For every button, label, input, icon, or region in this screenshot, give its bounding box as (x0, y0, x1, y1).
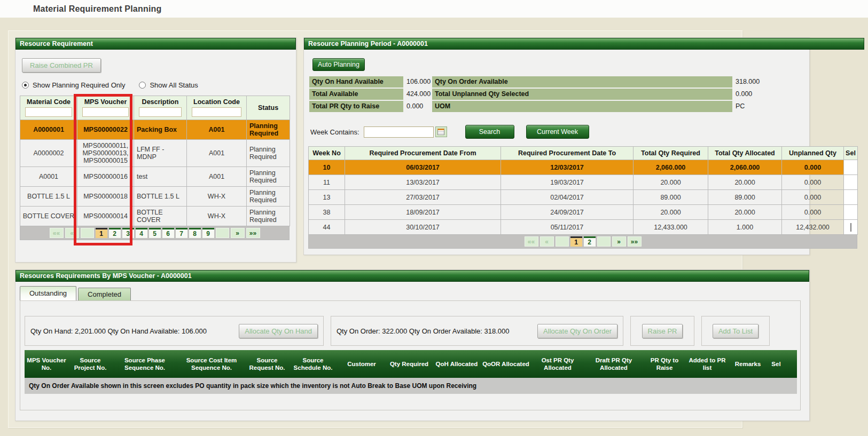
cell-sel (844, 205, 858, 220)
pager-page-9[interactable]: 9 (202, 228, 214, 238)
pager-page-4[interactable]: 4 (136, 228, 147, 238)
resource-planning-period-panel: Resource Planning Period - A0000001 Auto… (303, 37, 810, 255)
tab-outstanding[interactable]: Outstanding (20, 286, 76, 300)
cell-description: BOTTLE 1.5 L (134, 187, 187, 207)
cell-date-to: 02/04/2017 (501, 190, 634, 205)
auto-planning-button[interactable]: Auto Planning (312, 58, 365, 71)
pager-next-button[interactable]: » (612, 236, 626, 247)
summary-value: 424.000 (405, 89, 430, 100)
detail-column-remarks: Remarks (729, 359, 767, 369)
radio-planning-required-only[interactable] (22, 82, 29, 89)
week-row-10[interactable]: 1006/03/201712/03/20172,060.0002,060.000… (309, 160, 858, 175)
filter-location-code-input[interactable] (192, 107, 241, 117)
cell-status: Planning Required (247, 207, 290, 226)
cell-status: Planning Required (247, 187, 290, 207)
detail-column-sel: Sel (767, 359, 785, 369)
detail-column-source-project-no: Source Project No. (68, 355, 112, 374)
cell-material-code: BOTTLE 1.5 L (20, 187, 77, 207)
mps-tabs: OutstandingCompleted (20, 286, 809, 300)
raise-pr-button[interactable]: Raise PR (642, 324, 683, 338)
row-select-checkbox[interactable] (850, 223, 851, 232)
radio-show-all-status[interactable] (139, 82, 146, 89)
material-row[interactable]: BOTTLE COVERMPS00000014BOTTLE COVERWH-XP… (20, 207, 290, 226)
pager-page-8[interactable]: 8 (189, 228, 201, 238)
resource-requirement-table: Material CodeMPS VoucherDescriptionLocat… (20, 96, 290, 226)
summary-label: UOM (432, 101, 732, 112)
column-header-label: Material Code (21, 98, 76, 106)
pager-prev-button[interactable]: « (540, 236, 554, 247)
allocation-fieldsets-row: Qty On Hand: 2,201.000 Qty On Hand Avail… (25, 316, 796, 346)
pager-last-button[interactable]: »» (246, 228, 260, 238)
cell-date-to: 12/03/2017 (501, 160, 634, 175)
cell-material-code: BOTTLE COVER (20, 207, 77, 226)
cell-location-code: A001 (187, 167, 247, 187)
pager-page-2[interactable]: 2 (584, 236, 596, 247)
raise-combined-pr-button[interactable]: Raise Combined PR (22, 58, 101, 73)
detail-column-source-phase-sequence-no: Source Phase Sequence No. (112, 355, 177, 374)
column-header-required-procurement-date-to: Required Procurement Date To (501, 147, 634, 160)
material-row[interactable]: A0000001MPS00000022Packing BoxA001Planni… (20, 120, 290, 140)
filter-description-input[interactable] (139, 107, 182, 117)
week-row-38[interactable]: 3818/09/201724/09/201720.00020.0000.000 (309, 205, 858, 220)
detail-column-source-request-no: Source Request No. (246, 355, 288, 374)
column-header-unplanned-qty: Unplanned Qty (782, 147, 844, 160)
calendar-picker-button[interactable] (435, 126, 447, 137)
cell-week-no: 44 (309, 220, 345, 235)
pager-page-6[interactable]: 6 (162, 228, 174, 238)
pager-page-5[interactable]: 5 (149, 228, 161, 238)
cell-total-qty-allocated: 20.000 (708, 175, 782, 190)
cell-description: test (134, 167, 187, 187)
status-filter-radio-group: Show Planning Required OnlyShow All Stat… (22, 81, 296, 89)
allocate-qty-on-order-button[interactable]: Allocate Qty On Order (537, 324, 617, 338)
week-row-44[interactable]: 4430/10/201705/11/201712,433.0001.00012,… (309, 220, 858, 235)
cell-sel (844, 220, 858, 235)
detail-column-qty-required: Qty Required (386, 359, 433, 369)
current-week-button[interactable]: Current Week (526, 125, 589, 139)
summary-label: Qty On Hand Available (309, 76, 403, 88)
summary-value: PC (734, 101, 772, 112)
add-to-list-button[interactable]: Add To List (713, 324, 758, 338)
tab-completed[interactable]: Completed (78, 288, 131, 300)
cell-total-qty-required: 2,060.000 (634, 160, 708, 175)
week-row-13[interactable]: 1327/03/201702/04/201789.00089.0000.000 (309, 190, 858, 205)
summary-label: Total Available (309, 89, 403, 100)
cell-location-code: WH-X (187, 207, 247, 226)
planning-period-pagination: «««12»»» (308, 235, 857, 249)
cell-total-qty-required: 12,433.000 (634, 220, 708, 235)
cell-description: LFM FF - MDNP (134, 140, 187, 167)
planning-period-table: Week NoRequired Procurement Date FromReq… (308, 146, 858, 235)
pager-first-button[interactable]: «« (50, 228, 64, 238)
detail-column-ost-pr-qty-allocated: Ost PR Qty Allocated (531, 355, 584, 374)
pager-last-button[interactable]: »» (628, 236, 642, 247)
week-contains-input[interactable] (364, 126, 434, 138)
detail-column-qoh-allocated: QoH Allocated (433, 359, 481, 369)
detail-column-source-schedule-no: Source Schedule No. (288, 355, 338, 374)
summary-value: 106.000 (405, 76, 430, 88)
cell-location-code: A001 (187, 140, 247, 167)
allocate-qty-on-hand-button[interactable]: Allocate Qty On Hand (239, 324, 318, 338)
material-row[interactable]: BOTTLE 1.5 LMPS00000018BOTTLE 1.5 LWH-XP… (20, 187, 290, 207)
pager-first-button[interactable]: «« (525, 236, 538, 247)
week-row-11[interactable]: 1113/03/201719/03/201720.00020.0000.000 (309, 175, 858, 190)
column-header-week-no: Week No (309, 147, 345, 160)
cell-status: Planning Required (247, 120, 290, 140)
column-header-label: Location Code (188, 98, 245, 106)
filter-material-code-input[interactable] (25, 107, 72, 117)
cell-date-from: 06/03/2017 (345, 160, 501, 175)
column-header-location-code: Location Code (187, 96, 247, 120)
week-contains-label: Week Contains: (310, 128, 359, 136)
pager-page-1[interactable]: 1 (570, 236, 582, 247)
pager-page-7[interactable]: 7 (176, 228, 187, 238)
resource-requirement-header: Resource Requirement (15, 38, 296, 50)
pager-next-button[interactable]: » (231, 228, 245, 238)
search-button[interactable]: Search (465, 125, 514, 139)
qty-on-hand-text: Qty On Hand: 2,201.000 Qty On Hand Avail… (30, 327, 207, 335)
cell-sel (844, 190, 858, 205)
cell-total-qty-required: 20.000 (634, 175, 708, 190)
cell-description: Packing Box (134, 120, 187, 140)
cell-date-from: 18/09/2017 (345, 205, 501, 220)
cell-total-qty-allocated: 1.000 (708, 220, 782, 235)
material-row[interactable]: A0001MPS00000016testA001Planning Require… (20, 167, 290, 187)
material-row[interactable]: A0000002MPS00000011, MPS00000013, MPS000… (20, 140, 290, 167)
cell-unplanned-qty: 0.000 (782, 205, 844, 220)
